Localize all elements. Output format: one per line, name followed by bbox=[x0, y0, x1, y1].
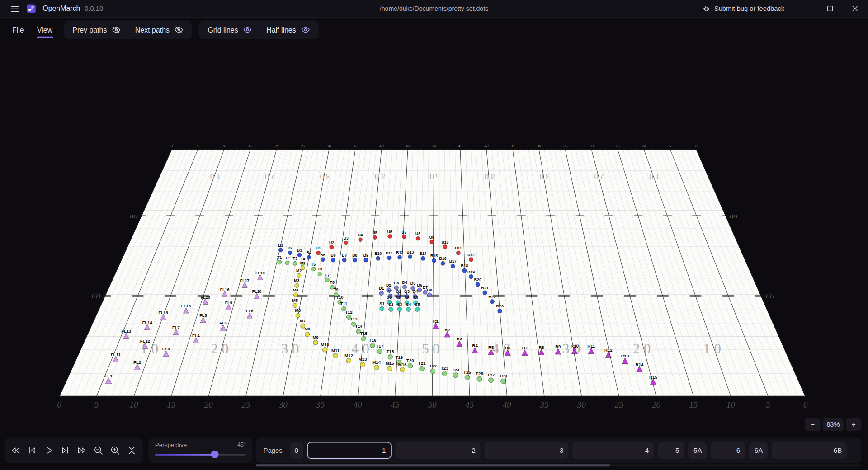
svg-text:R3: R3 bbox=[457, 336, 462, 341]
minimize-button[interactable] bbox=[801, 5, 809, 13]
svg-text:10: 10 bbox=[208, 172, 221, 181]
marker-U4[interactable]: U4 bbox=[358, 233, 363, 242]
fit-view-icon bbox=[126, 445, 137, 456]
page-4[interactable]: 4 bbox=[572, 442, 654, 459]
page-6B[interactable]: 6B bbox=[772, 442, 847, 459]
page-0[interactable]: 0 bbox=[290, 442, 303, 459]
toggle-next-paths[interactable]: Next paths bbox=[128, 23, 190, 37]
svg-text:50: 50 bbox=[428, 400, 437, 409]
svg-text:5: 5 bbox=[197, 144, 199, 148]
zoom-out-button[interactable] bbox=[90, 442, 106, 459]
hamburger-menu-button[interactable] bbox=[10, 4, 20, 14]
svg-text:25: 25 bbox=[614, 400, 623, 409]
fit-view-button[interactable] bbox=[123, 442, 139, 459]
svg-text:5: 5 bbox=[669, 144, 671, 148]
rewind-button[interactable] bbox=[8, 442, 24, 459]
svg-text:B4: B4 bbox=[307, 250, 311, 255]
drill-canvas[interactable]: 1020304050403020101020304050403020100510… bbox=[0, 0, 868, 470]
svg-text:FL12: FL12 bbox=[140, 338, 150, 343]
svg-text:U1: U1 bbox=[316, 246, 321, 250]
toggle-half-lines[interactable]: Half lines bbox=[259, 23, 316, 37]
zoom-out-button[interactable]: − bbox=[805, 418, 820, 431]
svg-text:B3: B3 bbox=[297, 248, 302, 253]
marker-U5[interactable]: U5 bbox=[373, 230, 377, 240]
marker-B3[interactable]: B3 bbox=[297, 248, 302, 257]
toggle-grid-lines[interactable]: Grid lines bbox=[201, 23, 259, 37]
menu-buttons: FileView bbox=[7, 22, 58, 38]
svg-text:FL10: FL10 bbox=[252, 289, 262, 294]
marker-U9[interactable]: U9 bbox=[429, 235, 434, 244]
page-1[interactable]: 1 bbox=[307, 442, 392, 459]
close-button[interactable] bbox=[851, 5, 859, 13]
page-6[interactable]: 6 bbox=[711, 442, 745, 459]
marker-U6[interactable]: U6 bbox=[387, 230, 392, 239]
page-5[interactable]: 5 bbox=[658, 442, 684, 459]
svg-text:B17: B17 bbox=[449, 259, 457, 263]
svg-text:B21: B21 bbox=[481, 286, 488, 290]
app-name: OpenMarch bbox=[42, 5, 80, 13]
perspective-value: 45° bbox=[237, 442, 246, 448]
feedback-button[interactable]: Submit bug or feedback bbox=[703, 5, 784, 12]
svg-text:15: 15 bbox=[616, 144, 620, 148]
page-3[interactable]: 3 bbox=[484, 442, 568, 459]
svg-text:U12: U12 bbox=[467, 253, 475, 257]
page-5A[interactable]: 5A bbox=[688, 442, 707, 459]
marker-B2[interactable]: B2 bbox=[288, 246, 292, 255]
menu-file[interactable]: File bbox=[7, 22, 29, 38]
svg-text:45: 45 bbox=[458, 144, 462, 148]
svg-text:30: 30 bbox=[538, 172, 550, 181]
svg-text:U8: U8 bbox=[415, 231, 420, 236]
svg-text:Q3: Q3 bbox=[404, 289, 410, 294]
svg-text:10: 10 bbox=[647, 172, 660, 181]
svg-text:T25: T25 bbox=[463, 370, 471, 375]
skip-forward-button[interactable] bbox=[57, 442, 73, 459]
svg-text:25: 25 bbox=[563, 144, 568, 148]
svg-text:S2: S2 bbox=[388, 302, 393, 307]
page-6A[interactable]: 6A bbox=[749, 442, 768, 459]
svg-text:B14: B14 bbox=[420, 251, 427, 256]
svg-text:35: 35 bbox=[316, 400, 325, 409]
toggle-prev-paths[interactable]: Prev paths bbox=[66, 23, 127, 37]
svg-text:20: 20 bbox=[633, 341, 655, 357]
zoom-in-button[interactable]: + bbox=[846, 418, 861, 431]
pages-scroll-thumb[interactable] bbox=[256, 464, 610, 466]
svg-text:FL6: FL6 bbox=[246, 309, 253, 313]
zoom-control: − 83% + bbox=[805, 418, 861, 431]
skip-back-button[interactable] bbox=[24, 442, 40, 459]
field: 1020304050403020101020304050403020100510… bbox=[57, 144, 808, 410]
fast-forward-icon bbox=[76, 445, 87, 456]
svg-text:T13: T13 bbox=[350, 317, 358, 321]
marker-U2[interactable]: U2 bbox=[329, 240, 334, 249]
marker-U8[interactable]: U8 bbox=[415, 231, 420, 240]
marker-B4[interactable]: B4 bbox=[307, 250, 311, 259]
play-button[interactable] bbox=[41, 442, 57, 459]
marker-B1[interactable]: B1 bbox=[278, 243, 283, 252]
toggle-groups: Prev pathsNext pathsGrid linesHalf lines bbox=[64, 20, 319, 39]
marker-U3[interactable]: U3 bbox=[344, 236, 349, 245]
pages-scrollbar[interactable] bbox=[256, 464, 862, 466]
svg-text:M7: M7 bbox=[300, 319, 306, 323]
svg-text:5: 5 bbox=[766, 400, 770, 409]
svg-text:FL19: FL19 bbox=[159, 310, 168, 315]
svg-text:40: 40 bbox=[503, 400, 511, 409]
svg-text:20: 20 bbox=[274, 144, 279, 148]
svg-text:T5: T5 bbox=[311, 262, 316, 267]
marker-U7[interactable]: U7 bbox=[401, 230, 406, 239]
svg-text:B12: B12 bbox=[396, 250, 403, 255]
zoom-in-button[interactable] bbox=[107, 442, 123, 459]
svg-text:20: 20 bbox=[652, 400, 660, 409]
svg-text:50: 50 bbox=[432, 144, 436, 148]
fast-forward-button[interactable] bbox=[74, 442, 90, 459]
svg-text:10: 10 bbox=[703, 341, 725, 357]
toggle-label: Prev paths bbox=[72, 26, 107, 34]
page-2[interactable]: 2 bbox=[395, 442, 481, 459]
maximize-button[interactable] bbox=[826, 5, 834, 13]
feedback-label: Submit bug or feedback bbox=[714, 5, 784, 12]
menu-view[interactable]: View bbox=[32, 22, 58, 38]
svg-text:40: 40 bbox=[352, 341, 373, 357]
perspective-slider[interactable] bbox=[155, 450, 246, 460]
slider-thumb[interactable] bbox=[211, 451, 219, 458]
svg-text:FL2: FL2 bbox=[133, 360, 141, 365]
svg-text:FL7: FL7 bbox=[172, 325, 180, 330]
svg-text:45: 45 bbox=[406, 144, 410, 148]
